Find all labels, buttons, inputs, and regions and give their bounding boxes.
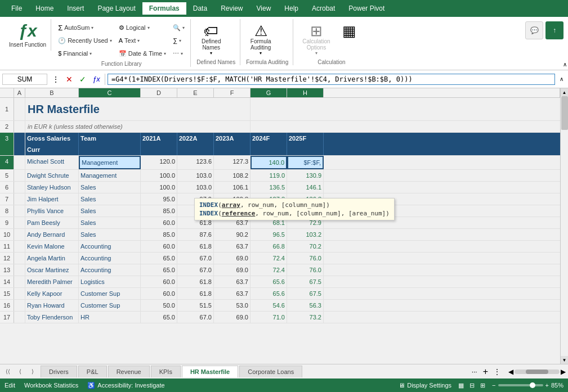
sheet-tab-pl[interactable]: P&L (78, 366, 107, 377)
cell[interactable]: 63.7 (214, 276, 251, 287)
cell[interactable]: 87.6 (177, 229, 214, 240)
cell[interactable]: Stanley Hudson (25, 182, 79, 193)
formula-bar-expand-button[interactable]: ∧ (557, 76, 566, 82)
sheet-tab-hr-masterfile[interactable]: HR Masterfile (182, 366, 238, 377)
defined-names-button[interactable]: 🏷 DefinedNames ▾ (196, 21, 226, 58)
calculation-options-button[interactable]: ⊞ CalculationOptions ▾ (299, 21, 333, 58)
sheet-nav-next[interactable]: ⟩ (27, 366, 38, 377)
cell[interactable]: 95.0 (141, 193, 177, 205)
cell[interactable] (324, 170, 560, 181)
cell[interactable] (14, 217, 25, 228)
cell[interactable]: 53.0 (214, 300, 251, 311)
sheet-tab-kpis[interactable]: KPIs (151, 366, 181, 377)
cell[interactable] (324, 156, 560, 169)
cell[interactable]: Angela Martin (25, 253, 79, 264)
cell[interactable]: Sales (79, 217, 141, 228)
cell[interactable]: 61.8 (177, 241, 214, 252)
cell[interactable] (251, 121, 560, 132)
cell[interactable] (14, 253, 25, 264)
workbook-statistics-button[interactable]: Workbook Statistics (24, 382, 78, 389)
cell[interactable]: 76.0 (287, 253, 324, 264)
cell[interactable] (14, 156, 25, 169)
cell[interactable] (324, 264, 560, 276)
cell[interactable]: 2025F (287, 133, 324, 155)
cell[interactable]: 2021A (141, 133, 177, 155)
accessibility-button[interactable]: ♿ Accessibility: Investigate (87, 382, 164, 389)
scroll-right-button[interactable]: ▶ (561, 368, 566, 376)
logical-button[interactable]: ⚙ Logical ▾ (117, 21, 169, 34)
col-header-d[interactable]: D (141, 88, 177, 97)
zoom-in-button[interactable]: + (545, 382, 549, 389)
cell[interactable]: 60.0 (141, 288, 177, 299)
cell[interactable]: 76.0 (287, 264, 324, 276)
cell[interactable]: 51.5 (177, 300, 214, 311)
cell[interactable]: $F:$F, (287, 156, 324, 169)
cell[interactable]: Sales (79, 182, 141, 193)
ribbon-tab-data[interactable]: Data (186, 2, 214, 15)
cell[interactable]: Management (79, 156, 141, 169)
cell[interactable] (14, 229, 25, 240)
sheet-tab-corporate-loans[interactable]: Corporate Loans (239, 366, 302, 377)
zoom-out-button[interactable]: − (492, 382, 495, 389)
cell[interactable] (14, 288, 25, 299)
cell[interactable] (324, 288, 560, 299)
h-scroll-thumb[interactable] (526, 370, 548, 374)
col-header-c[interactable]: C (79, 88, 141, 97)
sheet-nav-prev[interactable]: ⟨ (15, 366, 26, 377)
cell[interactable]: 100.0 (141, 182, 177, 193)
normal-view-button[interactable]: ▦ (456, 381, 466, 390)
cell[interactable]: 60.0 (141, 276, 177, 287)
cell[interactable]: 119.0 (251, 170, 287, 181)
cell[interactable]: 71.0 (251, 312, 287, 323)
cell[interactable]: 69.0 (214, 253, 251, 264)
cell[interactable]: Customer Sup (79, 288, 141, 299)
recently-used-button[interactable]: 🕐 Recently Used ▾ (56, 34, 114, 47)
ribbon-tab-page-layout[interactable]: Page Layout (91, 2, 142, 15)
sheet-options-button[interactable]: ⋮ (493, 367, 502, 377)
cell[interactable] (14, 182, 25, 193)
cell[interactable] (324, 276, 560, 287)
cell[interactable]: 60.0 (141, 241, 177, 252)
display-settings-button[interactable]: 🖥 Display Settings (399, 382, 451, 389)
more-functions-button[interactable]: ⋯ ▾ (171, 47, 187, 60)
cell[interactable] (14, 205, 25, 217)
col-header-h[interactable]: H (287, 88, 324, 97)
cell[interactable]: Toby Flenderson (25, 312, 79, 323)
cell[interactable]: 103.0 (177, 182, 214, 193)
cell[interactable]: Oscar Martinez (25, 264, 79, 276)
cancel-button[interactable]: ✕ (63, 73, 75, 85)
financial-button[interactable]: $ Financial ▾ (56, 47, 114, 60)
zoom-slider[interactable] (498, 384, 543, 386)
sheet-tab-revenue[interactable]: Revenue (108, 366, 150, 377)
col-header-g[interactable]: G (251, 88, 287, 97)
col-header-e[interactable]: E (177, 88, 214, 97)
cell[interactable]: Accounting (79, 241, 141, 252)
cell[interactable]: Customer Sup (79, 300, 141, 311)
cell[interactable]: 72.4 (251, 264, 287, 276)
cell[interactable] (14, 121, 25, 132)
ribbon-tab-formulas[interactable]: Formulas (142, 2, 186, 15)
cell[interactable] (14, 133, 25, 155)
cell[interactable]: 67.0 (177, 253, 214, 264)
cell[interactable]: 103.0 (177, 170, 214, 181)
cell[interactable]: 69.0 (214, 312, 251, 323)
cell[interactable]: Andy Bernard (25, 229, 79, 240)
more-sheets-button[interactable]: ··· (471, 367, 478, 377)
ribbon-tab-review[interactable]: Review (214, 2, 249, 15)
cell[interactable]: HR Masterfile (25, 98, 251, 120)
cell[interactable]: Dwight Schrute (25, 170, 79, 181)
cell[interactable]: 63.7 (214, 288, 251, 299)
cell[interactable]: 127.3 (214, 156, 251, 169)
cell[interactable]: Kelly Kapoor (25, 288, 79, 299)
cell[interactable]: 61.8 (177, 276, 214, 287)
cell[interactable]: 66.8 (251, 241, 287, 252)
cell[interactable] (14, 193, 25, 205)
col-header-b[interactable]: B (25, 88, 79, 97)
lookup-button[interactable]: 🔍 ▾ (171, 21, 187, 34)
share-button[interactable]: ↑ (545, 21, 563, 39)
cell[interactable]: Ryan Howard (25, 300, 79, 311)
horizontal-scrollbar[interactable]: ◀ ▶ (506, 368, 568, 376)
cell[interactable]: 65.6 (251, 288, 287, 299)
cell[interactable]: 67.0 (177, 264, 214, 276)
cell[interactable] (324, 182, 560, 193)
